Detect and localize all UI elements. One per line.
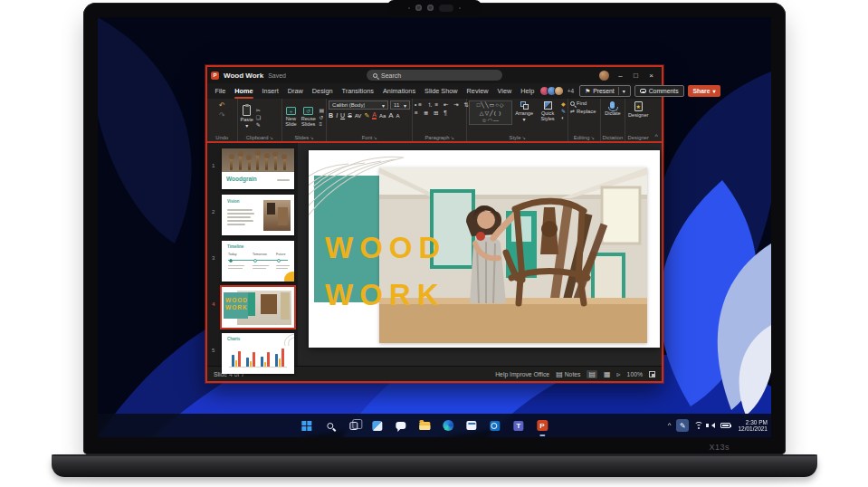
slideshow-view-button[interactable]: ▹ [617, 370, 621, 378]
taskbar-search-button[interactable] [321, 417, 339, 434]
font-color-button[interactable]: A [372, 111, 377, 119]
reuse-slides-button[interactable]: ↺ Reuse Slides [300, 106, 317, 128]
shape-outline-icon[interactable]: ✎ [561, 108, 566, 114]
slide-layout-icon[interactable]: ▤ [319, 107, 324, 113]
grow-font-button[interactable]: A [388, 111, 393, 119]
shape-gallery[interactable]: □╲╲▭○◇ △▽╱( ) ☆◠— [469, 100, 512, 125]
paste-button[interactable]: Paste [240, 104, 254, 129]
group-label-paragraph[interactable]: Paragraph [413, 135, 466, 140]
replace-button[interactable]: ⇄ Replace [570, 108, 598, 114]
quick-styles-button[interactable]: Quick Styles [536, 100, 559, 122]
shape-effects-icon[interactable]: ◐ [561, 115, 566, 120]
ribbon-group-clipboard: Paste ✂ ❏ ✎ Clipboard [238, 99, 282, 141]
volume-icon[interactable] [709, 423, 715, 428]
current-slide[interactable]: WOOD WORK [309, 150, 660, 348]
slide-title-text[interactable]: WOOD WORK [325, 224, 446, 319]
group-label-slides[interactable]: Slides [282, 135, 326, 140]
present-dropdown-icon[interactable] [623, 88, 625, 94]
tab-draw[interactable]: Draw [283, 84, 307, 98]
reset-slide-icon[interactable]: ↺ [319, 114, 324, 120]
edge-button[interactable] [439, 417, 456, 434]
slide-thumbnail-2[interactable]: Vision [222, 195, 294, 235]
tab-animations[interactable]: Animations [378, 84, 419, 98]
close-button[interactable]: × [644, 69, 658, 81]
tab-help[interactable]: Help [517, 84, 539, 98]
normal-view-button[interactable]: ▤ [587, 370, 597, 378]
group-label-editing[interactable]: Editing [568, 135, 600, 140]
help-improve-office-link[interactable]: Help Improve Office [495, 371, 549, 377]
milestone-label: Today [228, 253, 237, 256]
slide-thumbnail-4-selected[interactable]: WOOD WORK [222, 287, 294, 328]
bold-button[interactable]: B [329, 112, 333, 119]
new-slide-button[interactable]: + New Slide [284, 106, 298, 128]
powerpoint-taskbar-button[interactable]: P [533, 417, 550, 434]
slide-thumbnail-5[interactable]: Charts [222, 333, 294, 374]
outlook-button[interactable] [486, 417, 503, 434]
cut-icon[interactable]: ✂ [256, 107, 261, 113]
pen-input-icon[interactable]: ✎ [676, 419, 689, 432]
tab-design[interactable]: Design [308, 84, 337, 98]
paragraph-tools-row1[interactable]: •≡ ⒈≡ ⇤ ⇥ ⇅ [415, 100, 464, 109]
widgets-button[interactable] [368, 417, 386, 434]
group-label-clipboard[interactable]: Clipboard [238, 135, 281, 140]
format-painter-icon[interactable]: ✎ [256, 121, 261, 128]
tray-clock[interactable]: 2:30 PM 12/01/2021 [738, 419, 768, 432]
tab-file[interactable]: File [211, 84, 230, 98]
comments-button[interactable]: Comments [634, 85, 684, 97]
powerpoint-app-icon[interactable]: P [211, 72, 219, 80]
change-case-button[interactable]: Aa [379, 113, 386, 119]
user-avatar[interactable] [599, 71, 609, 81]
dictate-button[interactable]: Dictate [604, 100, 621, 117]
collapse-ribbon-button[interactable]: ^ [651, 99, 662, 141]
find-button[interactable]: Find [570, 100, 598, 106]
copy-icon[interactable]: ❏ [256, 114, 261, 120]
strikethrough-button[interactable]: S [348, 112, 352, 119]
highlight-color-button[interactable]: ✎ [364, 112, 369, 119]
zoom-level[interactable]: 100% [627, 371, 643, 377]
battery-icon[interactable] [720, 423, 730, 428]
fit-to-window-icon[interactable] [649, 371, 655, 377]
font-name-select[interactable]: Calibri (Body) [329, 100, 388, 110]
tab-review[interactable]: Review [463, 84, 492, 98]
teams-button[interactable]: T [510, 417, 527, 434]
share-button[interactable]: Share [688, 85, 721, 97]
arrange-button[interactable]: Arrange [514, 100, 534, 123]
search-box[interactable]: Search [367, 70, 502, 81]
chat-button[interactable] [392, 417, 409, 434]
font-size-select[interactable]: 11 [390, 100, 410, 110]
group-label-font[interactable]: Font [327, 135, 412, 140]
file-explorer-button[interactable] [415, 417, 433, 434]
designer-button[interactable]: ★ Designer [627, 100, 649, 119]
maximize-button[interactable]: □ [629, 69, 643, 81]
tab-view[interactable]: View [493, 84, 516, 98]
redo-button[interactable]: ↷ [209, 110, 235, 120]
tab-slide-show[interactable]: Slide Show [421, 84, 463, 98]
shrink-font-button[interactable]: A [396, 113, 400, 119]
italic-button[interactable]: I [336, 112, 338, 119]
slide-canvas[interactable]: WOOD WORK [298, 143, 662, 366]
start-button[interactable] [298, 417, 315, 434]
paragraph-tools-row2[interactable]: ≡ ≣ ⊞ ¶ [415, 109, 464, 117]
wifi-icon[interactable] [694, 422, 703, 429]
tab-transitions[interactable]: Transitions [338, 84, 377, 98]
slide-thumbnail-1[interactable]: Woodgrain [222, 148, 294, 189]
tray-overflow-chevron-icon[interactable]: ^ [668, 421, 672, 429]
slide-thumbnail-3[interactable]: Timeline Today Tomorrow Future [222, 241, 294, 282]
collaborator-avatars[interactable] [539, 86, 564, 96]
present-button[interactable]: ⚑ Present [579, 85, 631, 97]
collaborator-overflow-count[interactable]: +4 [568, 88, 574, 94]
section-icon[interactable]: ≡ [319, 121, 324, 127]
character-spacing-button[interactable]: AV [355, 113, 362, 119]
store-button[interactable] [463, 417, 480, 434]
group-label-style[interactable]: Style [467, 135, 568, 140]
underline-button[interactable]: U [340, 112, 345, 119]
tab-home[interactable]: Home [231, 84, 257, 98]
thumb4-title: WOOD WORK [225, 297, 248, 310]
shape-fill-icon[interactable]: ◆ [561, 100, 566, 107]
minimize-button[interactable]: – [614, 69, 627, 81]
notes-button[interactable]: ▤ Notes [556, 370, 580, 378]
task-view-button[interactable] [345, 417, 362, 434]
slide-sorter-view-button[interactable]: ▦ [604, 370, 611, 378]
tab-insert[interactable]: Insert [258, 84, 282, 98]
undo-button[interactable]: ↶ [209, 100, 235, 110]
